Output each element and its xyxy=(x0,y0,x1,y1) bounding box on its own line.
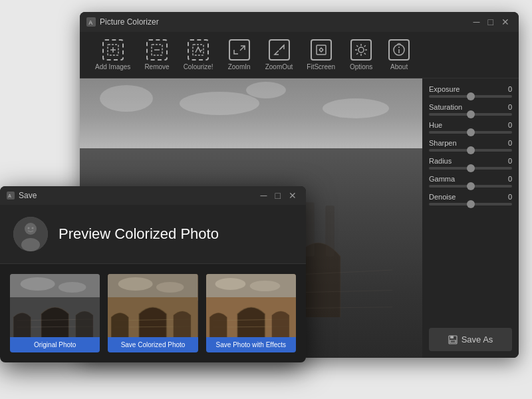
saturation-label: Saturation xyxy=(429,103,462,111)
main-title-bar: A Picture Colorizer ─ □ ✕ xyxy=(80,12,519,32)
original-photo-button[interactable]: Original Photo xyxy=(10,337,100,352)
photo-options-container: Original Photo xyxy=(0,264,306,362)
saturation-control: Saturation 0 xyxy=(429,103,512,116)
zoom-out-icon xyxy=(269,39,290,61)
main-window-title: Picture Colorizer xyxy=(100,17,471,27)
colorize-button[interactable]: Colourize! xyxy=(178,36,219,74)
fit-screen-button[interactable]: FitScreen xyxy=(301,36,340,74)
dialog-title-bar: A Save ─ □ ✕ xyxy=(0,186,306,205)
sharpen-track[interactable] xyxy=(429,149,512,152)
svg-text:A: A xyxy=(8,194,11,198)
exposure-control: Exposure 0 xyxy=(429,85,512,98)
svg-point-13 xyxy=(398,47,400,48)
options-label: Options xyxy=(350,63,372,70)
dialog-minimize-button[interactable]: ─ xyxy=(258,191,270,200)
options-button[interactable]: Options xyxy=(344,36,378,74)
svg-line-7 xyxy=(200,50,202,51)
saturation-thumb[interactable] xyxy=(467,110,475,118)
dialog-preview-title: Preview Colorized Photo xyxy=(59,225,219,243)
svg-point-37 xyxy=(59,282,86,293)
original-photo-option: Original Photo xyxy=(10,274,100,352)
svg-point-43 xyxy=(118,277,153,291)
radius-control: Radius 0 xyxy=(429,157,512,170)
saturation-track[interactable] xyxy=(429,113,512,116)
svg-point-51 xyxy=(249,281,280,291)
zoom-in-button[interactable]: ZoomIn xyxy=(222,36,257,74)
svg-point-32 xyxy=(28,227,30,229)
hue-track[interactable] xyxy=(429,131,512,134)
close-button[interactable]: ✕ xyxy=(499,17,512,27)
denoise-value: 0 xyxy=(508,193,512,201)
svg-text:A: A xyxy=(88,19,93,25)
denoise-control: Denoise 0 xyxy=(429,193,512,205)
fit-screen-icon xyxy=(311,39,332,61)
svg-point-11 xyxy=(358,47,364,53)
denoise-thumb[interactable] xyxy=(467,200,475,208)
remove-label: Remove xyxy=(144,63,169,70)
dialog-window-controls: ─ □ ✕ xyxy=(258,191,299,200)
exposure-thumb[interactable] xyxy=(467,92,475,100)
add-images-label: Add Images xyxy=(95,63,130,70)
denoise-label: Denoise xyxy=(429,193,456,201)
sharpen-label: Sharpen xyxy=(429,139,457,147)
svg-rect-27 xyxy=(451,340,455,342)
svg-rect-23 xyxy=(325,205,334,256)
dialog-app-icon: A xyxy=(7,192,15,200)
zoom-in-label: ZoomIn xyxy=(228,63,251,70)
sharpen-thumb[interactable] xyxy=(467,146,475,154)
hue-thumb[interactable] xyxy=(467,128,475,136)
colorized-photo-option: Save Colorized Photo xyxy=(108,274,198,352)
minimize-button[interactable]: ─ xyxy=(471,17,483,27)
avatar xyxy=(13,217,48,251)
sharpen-value: 0 xyxy=(508,139,512,147)
save-colorized-button[interactable]: Save Colorized Photo xyxy=(108,337,198,352)
app-icon: A xyxy=(86,17,96,27)
svg-point-33 xyxy=(32,227,34,229)
save-as-label: Save As xyxy=(462,334,493,344)
dialog-window-title: Save xyxy=(19,191,258,200)
colorized-photo-thumb xyxy=(108,274,198,337)
denoise-track[interactable] xyxy=(429,203,512,205)
main-toolbar: Add Images Remove Colourize! xyxy=(80,32,519,78)
dialog-header: Preview Colorized Photo xyxy=(0,205,306,264)
svg-point-31 xyxy=(21,238,40,251)
gamma-thumb[interactable] xyxy=(467,182,475,190)
add-images-button[interactable]: Add Images xyxy=(90,36,136,74)
gamma-track[interactable] xyxy=(429,185,512,188)
save-as-button[interactable]: Save As xyxy=(429,328,512,351)
svg-point-30 xyxy=(25,223,37,235)
svg-point-36 xyxy=(21,277,55,291)
gamma-label: Gamma xyxy=(429,175,455,183)
svg-line-9 xyxy=(279,45,284,50)
exposure-label: Exposure xyxy=(429,85,460,93)
dialog-close-button[interactable]: ✕ xyxy=(286,191,299,200)
maximize-button[interactable]: □ xyxy=(485,17,496,27)
effects-photo-thumb xyxy=(206,274,296,337)
window-controls: ─ □ ✕ xyxy=(471,17,512,27)
exposure-track[interactable] xyxy=(429,95,512,98)
dialog-maximize-button[interactable]: □ xyxy=(273,191,283,200)
adjustments-panel: Exposure 0 Saturation 0 xyxy=(422,78,519,358)
sharpen-control: Sharpen 0 xyxy=(429,139,512,152)
remove-button[interactable]: Remove xyxy=(139,36,174,74)
avatar-image xyxy=(13,217,48,251)
save-effects-button[interactable]: Save Photo with Effects xyxy=(206,337,296,352)
colorize-icon xyxy=(188,39,209,61)
effects-photo-option: Save Photo with Effects xyxy=(206,274,296,352)
about-button[interactable]: About xyxy=(382,36,416,74)
exposure-value: 0 xyxy=(508,85,512,93)
saturation-value: 0 xyxy=(508,103,512,111)
zoom-in-icon xyxy=(229,39,250,61)
zoom-out-button[interactable]: ZoomOut xyxy=(260,36,299,74)
zoom-out-label: ZoomOut xyxy=(265,63,293,70)
svg-point-50 xyxy=(215,278,245,290)
options-icon xyxy=(350,39,372,61)
hue-label: Hue xyxy=(429,121,442,129)
add-images-icon xyxy=(102,39,124,61)
radius-thumb[interactable] xyxy=(467,164,475,172)
gamma-value: 0 xyxy=(508,175,512,183)
remove-icon xyxy=(146,39,168,61)
about-icon xyxy=(388,39,410,61)
radius-track[interactable] xyxy=(429,167,512,170)
hue-control: Hue 0 xyxy=(429,121,512,134)
